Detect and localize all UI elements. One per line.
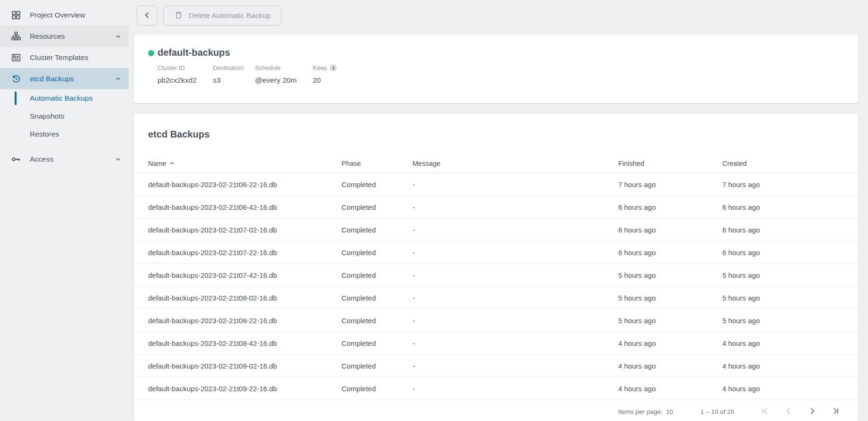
table-row[interactable]: default-backups-2023-02-21t06-42-16.db C… xyxy=(134,196,858,219)
last-page-button[interactable] xyxy=(824,403,848,421)
first-page-button[interactable] xyxy=(753,403,777,421)
cell-phase: Completed xyxy=(342,226,412,234)
cell-name: default-backups-2023-02-21t06-22-16.db xyxy=(148,180,342,189)
cell-finished: 5 hours ago xyxy=(618,294,722,302)
column-header-created[interactable]: Created xyxy=(722,160,858,167)
cell-message: - xyxy=(412,294,618,302)
cell-message: - xyxy=(412,339,618,347)
field-label: Cluster ID xyxy=(158,64,213,71)
sidebar-item-automatic-backups[interactable]: Automatic Backups xyxy=(0,89,129,107)
cell-finished: 4 hours ago xyxy=(618,362,722,370)
field-label: Destination xyxy=(213,64,255,71)
table-row[interactable]: default-backups-2023-02-21t07-42-16.db C… xyxy=(134,264,858,287)
sidebar-item-resources[interactable]: Resources xyxy=(0,26,129,47)
sidebar-item-access[interactable]: Access xyxy=(0,148,129,170)
cell-created: 4 hours ago xyxy=(722,339,858,347)
field-value: s3 xyxy=(213,76,255,85)
sidebar-item-label: Access xyxy=(30,155,53,163)
column-header-finished[interactable]: Finished xyxy=(618,160,722,167)
column-header-label: Phase xyxy=(342,160,361,167)
sidebar-item-project-overview[interactable]: Project Overview xyxy=(0,4,129,26)
cell-created: 4 hours ago xyxy=(722,362,858,370)
cell-created: 5 hours ago xyxy=(722,271,858,279)
table-title: etcd Backups xyxy=(134,114,858,140)
cell-phase: Completed xyxy=(342,385,412,393)
chevron-down-icon xyxy=(114,33,122,40)
cell-phase: Completed xyxy=(342,362,412,370)
table-row[interactable]: default-backups-2023-02-21t09-22-16.db C… xyxy=(134,378,858,400)
field-label: Schedule xyxy=(255,64,313,71)
main-content: Delete Automatic Backup default-backups … xyxy=(134,0,858,421)
delete-automatic-backup-button[interactable]: Delete Automatic Backup xyxy=(163,6,281,26)
column-header-label: Message xyxy=(412,160,440,167)
field-cluster-id: Cluster ID pb2cx2kxd2 xyxy=(158,64,213,85)
table-row[interactable]: default-backups-2023-02-21t08-42-16.db C… xyxy=(134,332,858,355)
cell-created: 6 hours ago xyxy=(722,226,858,234)
cell-name: default-backups-2023-02-21t07-02-16.db xyxy=(148,226,342,234)
table-row[interactable]: default-backups-2023-02-21t08-22-16.db C… xyxy=(134,309,858,332)
sitemap-icon xyxy=(11,31,21,42)
sidebar-item-label: Cluster Templates xyxy=(30,53,88,62)
etcd-backups-card: etcd Backups Name Phase Message Finished… xyxy=(134,114,858,421)
table-row[interactable]: default-backups-2023-02-21t06-22-16.db C… xyxy=(134,173,858,196)
page-range-label: 1 – 10 of 20 xyxy=(701,408,734,415)
column-header-label: Name xyxy=(148,160,167,167)
template-icon xyxy=(11,52,21,63)
sidebar-item-cluster-templates[interactable]: Cluster Templates xyxy=(0,47,129,68)
paginator: Items per page: 10 1 – 10 of 20 xyxy=(134,400,858,421)
cell-created: 6 hours ago xyxy=(722,249,858,257)
previous-page-button[interactable] xyxy=(777,403,800,421)
cell-phase: Completed xyxy=(342,294,412,302)
sidebar-item-label: Resources xyxy=(30,32,65,41)
cell-created: 5 hours ago xyxy=(722,294,858,302)
backup-summary-card: default-backups Cluster ID pb2cx2kxd2 De… xyxy=(134,34,858,103)
sidebar-item-etcd-backups[interactable]: etcd Backups xyxy=(0,68,129,89)
cell-phase: Completed xyxy=(342,339,412,347)
info-icon[interactable]: i xyxy=(330,64,337,71)
sidebar-item-label: Snapshots xyxy=(30,112,64,120)
column-header-message[interactable]: Message xyxy=(412,160,618,167)
cell-created: 4 hours ago xyxy=(722,385,858,393)
cell-name: default-backups-2023-02-21t07-42-16.db xyxy=(148,271,342,279)
cell-phase: Completed xyxy=(342,271,412,279)
cell-created: 6 hours ago xyxy=(722,203,858,211)
trash-icon xyxy=(174,10,183,21)
cell-message: - xyxy=(412,317,618,325)
chevron-left-icon xyxy=(784,406,793,417)
cell-message: - xyxy=(412,180,618,189)
sidebar-item-restores[interactable]: Restores xyxy=(0,125,129,143)
field-value: @every 20m xyxy=(255,76,313,85)
items-per-page-select[interactable]: 10 xyxy=(666,408,673,415)
cell-name: default-backups-2023-02-21t09-22-16.db xyxy=(148,385,342,393)
backup-fields: Cluster ID pb2cx2kxd2 Destination s3 Sch… xyxy=(158,64,337,85)
sidebar-item-label: Automatic Backups xyxy=(30,94,93,103)
cell-created: 7 hours ago xyxy=(722,180,858,189)
cell-message: - xyxy=(412,385,618,393)
cell-message: - xyxy=(412,203,618,211)
dashboard-icon xyxy=(11,10,21,20)
table-row[interactable]: default-backups-2023-02-21t07-02-16.db C… xyxy=(134,219,858,241)
cell-finished: 6 hours ago xyxy=(618,203,722,211)
last-page-icon xyxy=(831,406,841,417)
table-row[interactable]: default-backups-2023-02-21t09-02-16.db C… xyxy=(134,355,858,378)
toolbar: Delete Automatic Backup xyxy=(134,0,858,26)
field-label: Keep xyxy=(313,64,327,71)
cell-name: default-backups-2023-02-21t08-02-16.db xyxy=(148,294,342,302)
cell-finished: 7 hours ago xyxy=(618,180,722,189)
sidebar-item-label: etcd Backups xyxy=(30,75,74,83)
sidebar-item-label: Restores xyxy=(30,130,59,138)
field-keep: Keep i 20 xyxy=(313,64,337,85)
sidebar-item-snapshots[interactable]: Snapshots xyxy=(0,107,129,125)
cell-message: - xyxy=(412,362,618,370)
cell-finished: 4 hours ago xyxy=(618,385,722,393)
cell-finished: 5 hours ago xyxy=(618,317,722,325)
column-header-name[interactable]: Name xyxy=(148,160,342,167)
column-header-phase[interactable]: Phase xyxy=(342,160,412,167)
sort-asc-icon xyxy=(169,161,175,166)
back-button[interactable] xyxy=(137,6,158,26)
cell-finished: 6 hours ago xyxy=(618,249,722,257)
table-row[interactable]: default-backups-2023-02-21t08-02-16.db C… xyxy=(134,287,858,309)
next-page-button[interactable] xyxy=(800,403,824,421)
field-value: pb2cx2kxd2 xyxy=(158,76,213,85)
table-row[interactable]: default-backups-2023-02-21t07-22-16.db C… xyxy=(134,241,858,264)
